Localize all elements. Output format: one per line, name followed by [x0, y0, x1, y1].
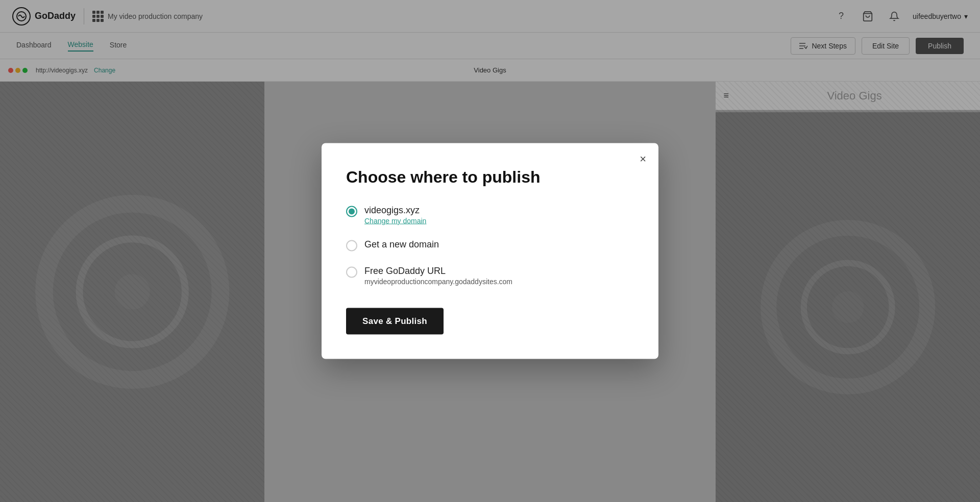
- option-domain[interactable]: videogigs.xyz Change my domain: [346, 205, 634, 225]
- radio-label-domain: videogigs.xyz Change my domain: [364, 205, 426, 225]
- option-free-url[interactable]: Free GoDaddy URL myvideoproductioncompan…: [346, 266, 634, 286]
- option-new-domain[interactable]: Get a new domain: [346, 239, 634, 252]
- radio-circle-domain[interactable]: [346, 206, 357, 217]
- new-domain-label: Get a new domain: [364, 239, 439, 250]
- radio-label-free-url: Free GoDaddy URL myvideoproductioncompan…: [364, 266, 512, 286]
- free-url-label: Free GoDaddy URL: [364, 266, 512, 277]
- radio-circle-free-url[interactable]: [346, 267, 357, 278]
- save-publish-label: Save & Publish: [362, 316, 427, 326]
- domain-label: videogigs.xyz: [364, 205, 426, 216]
- change-domain-link[interactable]: Change my domain: [364, 217, 426, 225]
- publish-options: videogigs.xyz Change my domain Get a new…: [346, 205, 634, 286]
- publish-modal: × Choose where to publish videogigs.xyz …: [322, 143, 658, 359]
- modal-title: Choose where to publish: [346, 168, 634, 187]
- radio-circle-new-domain[interactable]: [346, 240, 357, 252]
- close-button[interactable]: ×: [640, 154, 646, 165]
- radio-label-new-domain: Get a new domain: [364, 239, 439, 250]
- free-url-value: myvideoproductioncompany.godaddysites.co…: [364, 278, 512, 286]
- save-publish-button[interactable]: Save & Publish: [346, 308, 444, 335]
